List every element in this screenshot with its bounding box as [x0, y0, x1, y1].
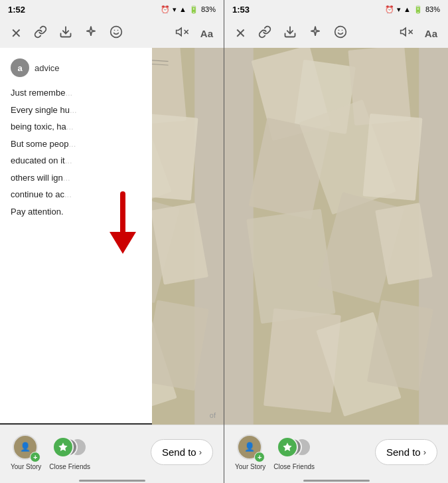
- svg-point-33: [335, 26, 346, 37]
- battery-icon: 🔋: [189, 5, 198, 14]
- mute-icon-right[interactable]: [400, 25, 413, 42]
- sparkle-icon-right[interactable]: [309, 25, 322, 42]
- toolbar-left: ✕ Aa: [0, 19, 224, 48]
- send-to-button-right[interactable]: Send to ›: [375, 439, 437, 465]
- page-indicator-left: of: [210, 411, 216, 419]
- send-to-button-left[interactable]: Send to ›: [151, 439, 213, 465]
- your-story-label-right: Your Story: [235, 463, 265, 470]
- your-story-item-left[interactable]: 👤 + Your Story: [11, 435, 41, 470]
- story-icons-left: 👤 + Your Story Close Friends: [11, 435, 96, 470]
- send-to-chevron-left: ›: [199, 447, 202, 457]
- your-story-avatar-wrap-right: 👤 +: [237, 435, 263, 461]
- svg-marker-4: [176, 28, 181, 36]
- alarm-icon-right: ⏰: [385, 5, 394, 14]
- bottom-bar-left: 👤 + Your Story Close Friends: [0, 425, 224, 479]
- signal-icon: ▲: [179, 5, 187, 13]
- status-icons-right: ⏰ ▾ ▲ 🔋 83%: [385, 5, 440, 14]
- cf-avatar-star-right: [277, 436, 298, 458]
- close-friends-item-right[interactable]: Close Friends: [273, 435, 315, 470]
- author-name: advice: [35, 63, 60, 73]
- text-icon-left[interactable]: Aa: [200, 28, 213, 39]
- svg-rect-46: [246, 209, 335, 324]
- home-indicator-left: [0, 479, 224, 483]
- battery-icon-right: 🔋: [413, 5, 423, 14]
- close-icon-right[interactable]: ✕: [235, 25, 246, 41]
- close-icon-left[interactable]: ✕: [11, 25, 22, 41]
- link-icon-left[interactable]: [34, 25, 47, 42]
- red-arrow-svg: [100, 191, 146, 257]
- wifi-icon: ▾: [173, 5, 177, 14]
- send-to-label-left: Send to: [162, 446, 196, 458]
- wifi-icon-right: ▾: [397, 5, 401, 14]
- battery-percent-left: 83%: [201, 5, 216, 13]
- svg-marker-30: [110, 232, 136, 254]
- story-add-badge-left: +: [30, 452, 40, 462]
- close-friends-avatar-wrap-left: [52, 435, 87, 461]
- right-panel: 1:53 ⏰ ▾ ▲ 🔋 83% ✕: [224, 0, 448, 483]
- status-icons-left: ⏰ ▾ ▲ 🔋 83%: [161, 5, 216, 14]
- newspaper-bg-right: [224, 48, 448, 425]
- story-icons-right: 👤 + Your Story Close Friends: [235, 435, 320, 470]
- card-line-4: But some peop...: [11, 138, 141, 151]
- signal-icon-right: ▲: [404, 5, 411, 13]
- cf-avatar-star-left: [52, 436, 74, 458]
- your-story-avatar-wrap-left: 👤 +: [13, 435, 39, 461]
- toolbar-right-group-left: Aa: [175, 25, 213, 42]
- toolbar-left-group: ✕: [11, 25, 123, 42]
- sparkle-icon-left[interactable]: [84, 25, 98, 42]
- your-story-item-right[interactable]: 👤 + Your Story: [235, 435, 265, 470]
- card-line-5: educated on it...: [11, 154, 141, 167]
- bottom-bar-right: 👤 + Your Story Close Friends: [224, 425, 448, 479]
- story-add-badge-right: +: [254, 452, 265, 462]
- alarm-icon: ⏰: [161, 5, 170, 14]
- download-icon-right[interactable]: [283, 25, 297, 42]
- status-time-left: 1:52: [8, 5, 25, 15]
- toolbar-left-group-right: ✕: [235, 25, 347, 42]
- left-panel: 1:52 ⏰ ▾ ▲ 🔋 83% ✕: [0, 0, 224, 483]
- home-bar-right: [303, 480, 370, 482]
- close-friends-label-left: Close Friends: [49, 463, 90, 470]
- card-line-1: Just remembe...: [11, 86, 141, 100]
- card-line-2: Every single hu...: [11, 104, 141, 117]
- status-bar-right: 1:53 ⏰ ▾ ▲ 🔋 83%: [224, 0, 448, 19]
- emoji-icon-right[interactable]: [334, 25, 347, 42]
- main-content-right: [224, 48, 448, 425]
- download-icon-left[interactable]: [59, 25, 72, 42]
- svg-marker-36: [400, 28, 406, 36]
- card-divider: [0, 423, 152, 425]
- toolbar-right-group-right: Aa: [400, 25, 437, 42]
- close-friends-item-left[interactable]: Close Friends: [49, 435, 90, 470]
- red-arrow-container: [100, 191, 146, 260]
- text-icon-right[interactable]: Aa: [425, 28, 437, 39]
- main-content-left: a advice Just remembe... Every single hu…: [0, 48, 224, 425]
- author-avatar: a: [11, 58, 29, 77]
- close-friends-avatar-wrap-right: [277, 435, 311, 461]
- svg-point-1: [111, 26, 122, 37]
- card-line-3: being toxic, ha...: [11, 120, 141, 134]
- svg-rect-45: [363, 114, 423, 201]
- status-time-right: 1:53: [232, 5, 250, 15]
- emoji-icon-left[interactable]: [110, 25, 123, 42]
- battery-percent-right: 83%: [425, 5, 440, 13]
- close-friends-label-right: Close Friends: [273, 463, 315, 470]
- send-to-label-right: Send to: [386, 446, 421, 458]
- card-line-6: others will ign...: [11, 171, 141, 185]
- toolbar-right: ✕ Aa: [224, 19, 448, 48]
- mute-icon-left[interactable]: [175, 25, 188, 42]
- send-to-chevron-right: ›: [423, 447, 426, 457]
- your-story-label-left: Your Story: [11, 463, 41, 470]
- card-author: a advice: [11, 58, 141, 77]
- status-bar-left: 1:52 ⏰ ▾ ▲ 🔋 83%: [0, 0, 224, 19]
- home-indicator-right: [224, 479, 448, 483]
- link-icon-right[interactable]: [258, 25, 271, 42]
- home-bar-left: [79, 480, 145, 482]
- svg-marker-31: [59, 442, 68, 451]
- svg-marker-52: [283, 442, 292, 451]
